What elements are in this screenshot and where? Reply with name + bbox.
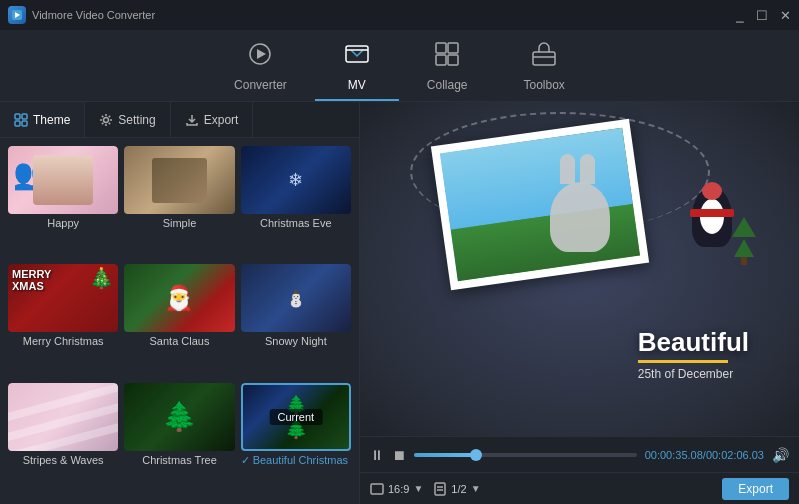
- tab-collage-label: Collage: [427, 78, 468, 92]
- theme-christmas-eve-label: Christmas Eve: [241, 217, 351, 233]
- page-dropdown-arrow: ▼: [471, 483, 481, 494]
- tab-mv-label: MV: [348, 78, 366, 92]
- svg-rect-9: [448, 55, 458, 65]
- theme-christmas-tree[interactable]: 🌲 Christmas Tree: [124, 383, 234, 496]
- player-controls: ⏸ ⏹ 00:00:35.08/00:02:06.03 🔊: [360, 436, 799, 472]
- theme-button[interactable]: Theme: [0, 102, 85, 137]
- preview-area: Beautiful 25th of December: [360, 102, 799, 436]
- page-selector[interactable]: 1/2 ▼: [433, 482, 480, 496]
- tab-converter-label: Converter: [234, 78, 287, 92]
- svg-rect-13: [22, 114, 27, 119]
- nav-tabs: Converter MV Collage: [0, 30, 799, 102]
- beautiful-text: Beautiful: [638, 327, 749, 358]
- theme-merry-christmas[interactable]: MERRYXMAS 🎄 Merry Christmas: [8, 264, 118, 376]
- theme-beautiful-christmas-label: Beautiful Christmas: [253, 454, 348, 466]
- theme-stripes-waves-label: Stripes & Waves: [8, 454, 118, 470]
- svg-rect-4: [346, 46, 368, 62]
- theme-icon: [14, 113, 28, 127]
- theme-santa-claus-label: Santa Claus: [124, 335, 234, 351]
- theme-beautiful-christmas[interactable]: 🌲 🌲 Current ✓ Beautiful Christmas: [241, 383, 351, 496]
- close-button[interactable]: ✕: [780, 8, 791, 23]
- svg-rect-6: [436, 43, 446, 53]
- aspect-ratio-value: 16:9: [388, 483, 409, 495]
- right-toolbar: 16:9 ▼ 1/2 ▼ Export: [360, 472, 799, 504]
- mv-icon: [343, 40, 371, 74]
- app-title: Vidmore Video Converter: [32, 9, 155, 21]
- collage-icon: [433, 40, 461, 74]
- svg-rect-15: [22, 121, 27, 126]
- setting-button[interactable]: Setting: [85, 102, 170, 137]
- theme-santa-claus[interactable]: 🎅 Santa Claus: [124, 264, 234, 376]
- page-value: 1/2: [451, 483, 466, 495]
- preview-background: Beautiful 25th of December: [360, 102, 799, 436]
- converter-icon: [246, 40, 274, 74]
- progress-bar[interactable]: [414, 453, 637, 457]
- theme-happy-label: Happy: [8, 217, 118, 233]
- panel-toolbar: Theme Setting Export: [0, 102, 359, 138]
- left-panel: Theme Setting Export: [0, 102, 360, 504]
- setting-label: Setting: [118, 113, 155, 127]
- main-content: Theme Setting Export: [0, 102, 799, 504]
- tab-collage[interactable]: Collage: [399, 32, 496, 100]
- svg-rect-14: [15, 121, 20, 126]
- app-icon: [8, 6, 26, 24]
- tab-converter[interactable]: Converter: [206, 32, 315, 100]
- toolbox-icon: [530, 40, 558, 74]
- setting-icon: [99, 113, 113, 127]
- theme-grid: Happy Simple ❄: [0, 138, 359, 504]
- theme-label: Theme: [33, 113, 70, 127]
- theme-simple[interactable]: Simple: [124, 146, 234, 258]
- svg-rect-7: [448, 43, 458, 53]
- theme-merry-christmas-label: Merry Christmas: [8, 335, 118, 351]
- right-panel: Beautiful 25th of December ⏸ ⏹ 00:00:35.…: [360, 102, 799, 504]
- time-display: 00:00:35.08/00:02:06.03: [645, 449, 764, 461]
- rabbit-figure: [540, 182, 620, 272]
- export-panel-label: Export: [204, 113, 239, 127]
- date-text: 25th of December: [638, 367, 749, 381]
- theme-snowy-night-label: Snowy Night: [241, 335, 351, 351]
- theme-christmas-eve[interactable]: ❄ Christmas Eve: [241, 146, 351, 258]
- page-icon: [433, 482, 447, 496]
- tab-toolbox[interactable]: Toolbox: [496, 32, 593, 100]
- time-total: 00:02:06.03: [706, 449, 764, 461]
- tab-toolbox-label: Toolbox: [524, 78, 565, 92]
- aspect-dropdown-arrow: ▼: [413, 483, 423, 494]
- time-current: 00:00:35.08: [645, 449, 703, 461]
- volume-icon[interactable]: 🔊: [772, 447, 789, 463]
- pause-button[interactable]: ⏸: [370, 447, 384, 463]
- aspect-ratio-icon: [370, 482, 384, 496]
- theme-snowy-night[interactable]: ⛄ Snowy Night: [241, 264, 351, 376]
- svg-rect-12: [15, 114, 20, 119]
- svg-rect-17: [371, 484, 383, 494]
- export-button[interactable]: Export: [722, 478, 789, 500]
- theme-simple-label: Simple: [124, 217, 234, 233]
- title-underline: [638, 360, 728, 363]
- export-panel-button[interactable]: Export: [171, 102, 254, 137]
- aspect-selector[interactable]: 16:9 ▼: [370, 482, 423, 496]
- stop-button[interactable]: ⏹: [392, 447, 406, 463]
- tab-mv[interactable]: MV: [315, 32, 399, 100]
- theme-christmas-tree-label: Christmas Tree: [124, 454, 234, 470]
- tree-figure: [729, 217, 759, 262]
- svg-rect-18: [435, 483, 445, 495]
- current-badge: Current: [269, 409, 322, 425]
- theme-stripes-waves[interactable]: Stripes & Waves: [8, 383, 118, 496]
- selected-check-icon: ✓: [241, 454, 250, 467]
- progress-fill: [414, 453, 476, 457]
- svg-marker-3: [257, 49, 266, 59]
- theme-happy[interactable]: Happy: [8, 146, 118, 258]
- svg-rect-10: [533, 52, 555, 65]
- svg-point-16: [104, 117, 109, 122]
- minimize-button[interactable]: ⎯: [736, 8, 744, 23]
- maximize-button[interactable]: ☐: [756, 8, 768, 23]
- export-panel-icon: [185, 113, 199, 127]
- svg-rect-8: [436, 55, 446, 65]
- title-bar: Vidmore Video Converter ⎯ ☐ ✕: [0, 0, 799, 30]
- progress-thumb: [470, 449, 482, 461]
